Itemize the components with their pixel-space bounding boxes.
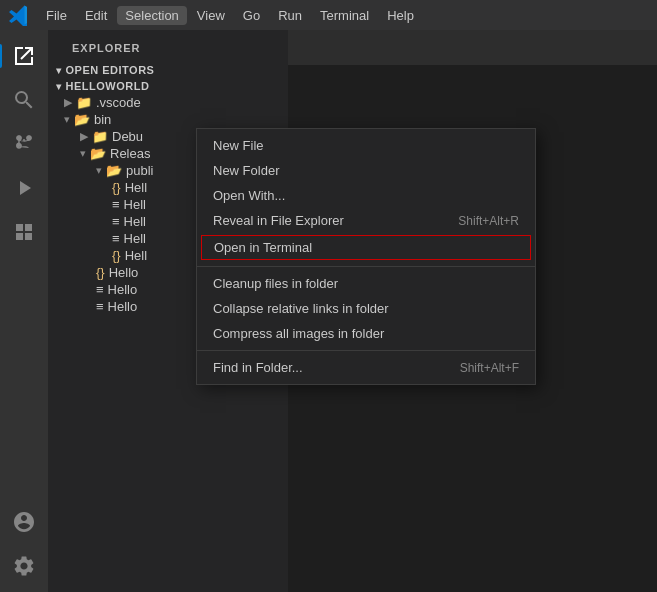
list-icon: ≡: [96, 299, 104, 314]
chevron-down-icon: ▾: [80, 147, 86, 160]
ctx-new-folder[interactable]: New Folder: [197, 158, 535, 183]
ctx-cleanup[interactable]: Cleanup files in folder: [197, 271, 535, 296]
open-editors-section[interactable]: ▾ OPEN EDITORS: [48, 62, 288, 78]
chevron-down-icon: ▾: [96, 164, 102, 177]
bin-label: bin: [94, 112, 288, 127]
extensions-icon[interactable]: [6, 214, 42, 250]
explorer-icon[interactable]: [6, 38, 42, 74]
tree-item-bin[interactable]: ▾ 📂 bin: [48, 111, 288, 128]
ctx-collapse-label: Collapse relative links in folder: [213, 301, 487, 316]
editor-tab-bar: [288, 30, 657, 65]
ctx-new-folder-label: New Folder: [213, 163, 487, 178]
debug-folder-icon: 📁: [92, 129, 108, 144]
menu-terminal[interactable]: Terminal: [312, 6, 377, 25]
ctx-find-shortcut: Shift+Alt+F: [460, 361, 519, 375]
ctx-collapse-links[interactable]: Collapse relative links in folder: [197, 296, 535, 321]
list-icon: ≡: [96, 282, 104, 297]
settings-icon[interactable]: [6, 548, 42, 584]
ctx-find-folder[interactable]: Find in Folder... Shift+Alt+F: [197, 355, 535, 380]
helloworld-chevron: ▾: [56, 81, 62, 92]
menubar: File Edit Selection View Go Run Terminal…: [0, 0, 657, 30]
vscode-logo: [8, 4, 30, 26]
chevron-right-icon: ▶: [80, 130, 88, 143]
json-icon: {}: [112, 180, 121, 195]
context-menu: New File New Folder Open With... Reveal …: [196, 128, 536, 385]
activity-bar-bottom: [6, 504, 42, 592]
menu-go[interactable]: Go: [235, 6, 268, 25]
json-icon: {}: [96, 265, 105, 280]
ctx-reveal-label: Reveal in File Explorer: [213, 213, 426, 228]
search-icon[interactable]: [6, 82, 42, 118]
ctx-open-terminal-label: Open in Terminal: [214, 240, 486, 255]
ctx-cleanup-label: Cleanup files in folder: [213, 276, 487, 291]
ctx-new-file-label: New File: [213, 138, 487, 153]
menu-view[interactable]: View: [189, 6, 233, 25]
run-debug-icon[interactable]: [6, 170, 42, 206]
activity-bar: [0, 30, 48, 592]
publi-folder-icon: 📂: [106, 163, 122, 178]
menu-help[interactable]: Help: [379, 6, 422, 25]
source-control-icon[interactable]: [6, 126, 42, 162]
helloworld-label: HELLOWORLD: [66, 80, 150, 92]
list-icon: ≡: [112, 231, 120, 246]
open-editors-chevron: ▾: [56, 65, 62, 76]
chevron-down-icon: ▾: [64, 113, 70, 126]
menu-file[interactable]: File: [38, 6, 75, 25]
json-icon: {}: [112, 248, 121, 263]
sidebar-title: EXPLORER: [48, 30, 288, 62]
ctx-new-file[interactable]: New File: [197, 133, 535, 158]
release-folder-icon: 📂: [90, 146, 106, 161]
ctx-open-terminal-wrapper: Open in Terminal: [197, 233, 535, 262]
ctx-find-label: Find in Folder...: [213, 360, 428, 375]
tree-item-vscode[interactable]: ▶ 📁 .vscode: [48, 94, 288, 111]
ctx-reveal-shortcut: Shift+Alt+R: [458, 214, 519, 228]
ctx-open-with[interactable]: Open With...: [197, 183, 535, 208]
helloworld-section[interactable]: ▾ HELLOWORLD: [48, 78, 288, 94]
ctx-separator: [197, 266, 535, 267]
ctx-compress-images[interactable]: Compress all images in folder: [197, 321, 535, 346]
accounts-icon[interactable]: [6, 504, 42, 540]
list-icon: ≡: [112, 197, 120, 212]
chevron-right-icon: ▶: [64, 96, 72, 109]
folder-open-icon: 📂: [74, 112, 90, 127]
ctx-open-terminal[interactable]: Open in Terminal: [201, 235, 531, 260]
menu-selection[interactable]: Selection: [117, 6, 186, 25]
ctx-separator2: [197, 350, 535, 351]
menu-run[interactable]: Run: [270, 6, 310, 25]
open-editors-label: OPEN EDITORS: [66, 64, 155, 76]
ctx-open-with-label: Open With...: [213, 188, 487, 203]
folder-icon: 📁: [76, 95, 92, 110]
ctx-reveal-explorer[interactable]: Reveal in File Explorer Shift+Alt+R: [197, 208, 535, 233]
vscode-label: .vscode: [96, 95, 288, 110]
list-icon: ≡: [112, 214, 120, 229]
ctx-compress-label: Compress all images in folder: [213, 326, 487, 341]
menu-edit[interactable]: Edit: [77, 6, 115, 25]
